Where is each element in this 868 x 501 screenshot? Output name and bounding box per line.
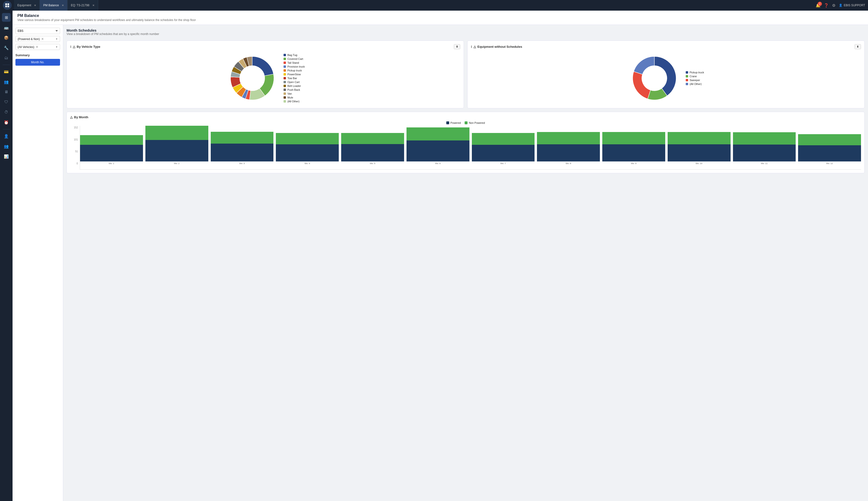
bar-col[interactable]: Mo: 4 bbox=[276, 133, 339, 164]
filter-vehicles-chevron[interactable]: ▼ bbox=[55, 46, 58, 48]
bar-stack[interactable] bbox=[602, 132, 665, 161]
bar-stack[interactable] bbox=[537, 132, 600, 161]
bar-stack[interactable] bbox=[733, 132, 796, 161]
sidebar-item-reports[interactable]: 📊 bbox=[2, 152, 11, 161]
equipment-without-donut-svg bbox=[628, 52, 681, 105]
tab-eq-ts-close[interactable]: ✕ bbox=[92, 4, 95, 7]
bar-stack[interactable] bbox=[341, 133, 404, 161]
bar-stack[interactable] bbox=[276, 133, 339, 161]
filter-vehicles-tag: (All Vehicles) ✕ ▼ bbox=[15, 44, 60, 50]
sidebar-item-docs[interactable]: 🗂 bbox=[2, 54, 11, 62]
bar-stack[interactable] bbox=[211, 132, 274, 161]
bar-col[interactable]: Mo: 1 bbox=[80, 135, 143, 164]
bar-col[interactable]: Mo: 2 bbox=[145, 126, 208, 164]
tab-equipment-close[interactable]: ✕ bbox=[34, 4, 36, 7]
filter-vehicles-remove[interactable]: ✕ bbox=[36, 45, 39, 49]
sidebar-item-billing[interactable]: 💳 bbox=[2, 67, 11, 76]
by-vehicle-donut-area: Bag TugCovered CartTail StandProvision t… bbox=[70, 52, 460, 105]
tab-eq-ts-label: EQ: TS-21798 bbox=[71, 4, 89, 7]
bar-col[interactable]: Mo: 7 bbox=[472, 133, 535, 164]
bar-col[interactable]: Mo: 5 bbox=[341, 133, 404, 164]
app-logo[interactable] bbox=[3, 1, 12, 10]
y-axis-label: 51 bbox=[75, 150, 78, 153]
powered-segment bbox=[341, 144, 404, 161]
bar-stack[interactable] bbox=[472, 133, 535, 161]
tab-pm-balance[interactable]: PM Balance ✕ bbox=[40, 0, 67, 11]
help-icon[interactable]: ❓ bbox=[824, 3, 829, 8]
month-schedules-title: Month Schedules bbox=[67, 28, 865, 32]
sidebar-item-clock[interactable]: ⏱ bbox=[2, 108, 11, 117]
filter-ebs-select[interactable]: EBS bbox=[15, 28, 60, 34]
equipment-without-title-row: ℹ △ Equipment without Schedules ⬇ bbox=[471, 44, 861, 49]
bar-stack[interactable] bbox=[145, 126, 208, 161]
sidebar-divider-1 bbox=[3, 65, 10, 65]
bar-col[interactable]: Mo: 6 bbox=[407, 127, 470, 164]
notification-button[interactable]: 🔔 2 bbox=[816, 3, 821, 8]
sidebar-item-home[interactable]: ⊞ bbox=[2, 13, 11, 22]
content-area: PM Balance View various breakdowns of yo… bbox=[12, 11, 868, 501]
sidebar-item-inventory[interactable]: 📦 bbox=[2, 33, 11, 42]
legend-item: Mule bbox=[284, 96, 305, 99]
equipment-without-export-button[interactable]: ⬇ bbox=[855, 44, 861, 49]
by-vehicle-info-icon[interactable]: ℹ bbox=[70, 45, 72, 49]
sidebar-item-profile[interactable]: 👤 bbox=[2, 132, 11, 140]
sidebar-item-maintenance[interactable]: 🔧 bbox=[2, 43, 11, 52]
sidebar-item-users[interactable]: 👥 bbox=[2, 77, 11, 86]
by-vehicle-export-button[interactable]: ⬇ bbox=[454, 44, 460, 49]
legend-item: Covered Cart bbox=[284, 57, 305, 60]
user-menu[interactable]: 👤 EBIS SUPPORT bbox=[839, 4, 865, 7]
powered-segment bbox=[668, 144, 730, 161]
legend-item: Provision truck bbox=[284, 65, 305, 68]
month-no-button[interactable]: Month No. bbox=[15, 59, 60, 66]
bar-col[interactable]: Mo: 8 bbox=[537, 132, 600, 164]
bar-legend-powered: Powered bbox=[446, 121, 461, 124]
non-powered-segment bbox=[80, 135, 143, 145]
non-powered-legend-label: Non Powered bbox=[469, 121, 485, 124]
legend-item: Van bbox=[284, 92, 305, 95]
filter-powered-remove[interactable]: ✕ bbox=[41, 37, 44, 41]
user-name-label: EBIS SUPPORT bbox=[844, 4, 865, 7]
bar-col[interactable]: Mo: 11 bbox=[733, 132, 796, 164]
bar-col[interactable]: Mo: 9 bbox=[602, 132, 665, 164]
tab-eq-ts[interactable]: EQ: TS-21798 ✕ bbox=[67, 0, 98, 11]
bar-month-label: Mo: 12 bbox=[826, 162, 833, 164]
filter-powered-chevron[interactable]: ▼ bbox=[55, 38, 58, 40]
bar-stack[interactable] bbox=[80, 135, 143, 161]
bar-month-label: Mo: 4 bbox=[305, 162, 310, 164]
tab-pm-balance-close[interactable]: ✕ bbox=[62, 4, 64, 7]
non-powered-legend-dot bbox=[465, 121, 468, 124]
bar-stack[interactable] bbox=[407, 127, 470, 161]
donut-charts-row: ℹ △ By Vehicle Type ⬇ Bag TugCovered bbox=[67, 41, 865, 108]
bar-col[interactable]: Mo: 3 bbox=[211, 132, 274, 164]
powered-segment bbox=[276, 144, 339, 161]
sidebar-item-schedule[interactable]: ⏰ bbox=[2, 118, 11, 127]
settings-icon[interactable]: ⚙ bbox=[832, 3, 835, 8]
sidebar-item-security[interactable]: 🛡 bbox=[2, 98, 11, 106]
non-powered-segment bbox=[407, 127, 470, 140]
bar-stack[interactable] bbox=[798, 134, 861, 161]
sidebar-item-fleet[interactable]: 🚌 bbox=[2, 23, 11, 32]
month-schedules-header: Month Schedules View a breakdown of PM s… bbox=[67, 28, 865, 36]
by-month-card: △ By Month Powered Non Powered bbox=[67, 112, 865, 173]
y-axis-label: 0 bbox=[76, 162, 78, 165]
powered-segment bbox=[733, 145, 796, 161]
sidebar-item-monitor[interactable]: 🖥 bbox=[2, 88, 11, 96]
bar-col[interactable]: Mo: 12 bbox=[798, 134, 861, 164]
non-powered-segment bbox=[145, 126, 208, 140]
bar-stack[interactable] bbox=[668, 132, 730, 161]
y-axis: 152101510 bbox=[70, 126, 79, 165]
filter-powered-label: (Powered & Non) bbox=[18, 38, 40, 41]
legend-item: Pickup truck bbox=[284, 69, 305, 72]
powered-segment bbox=[798, 145, 861, 161]
equipment-without-info-icon[interactable]: ℹ bbox=[471, 45, 472, 49]
bar-month-label: Mo: 11 bbox=[761, 162, 768, 164]
bar-month-label: Mo: 3 bbox=[239, 162, 245, 164]
non-powered-segment bbox=[276, 133, 339, 144]
equipment-without-donut-area: Pickup truckCraneSweeper(All Other) bbox=[471, 52, 861, 105]
sidebar-item-people[interactable]: 👥 bbox=[2, 142, 11, 151]
page-subtitle: View various breakdowns of your equipmen… bbox=[17, 18, 863, 22]
page-body: EBS (Powered & Non) ✕ ▼ (All Vehicles) ✕… bbox=[12, 25, 868, 501]
bar-col[interactable]: Mo: 10 bbox=[668, 132, 730, 164]
user-avatar-icon: 👤 bbox=[839, 4, 843, 7]
tab-equipment[interactable]: Equipment ✕ bbox=[14, 0, 40, 11]
